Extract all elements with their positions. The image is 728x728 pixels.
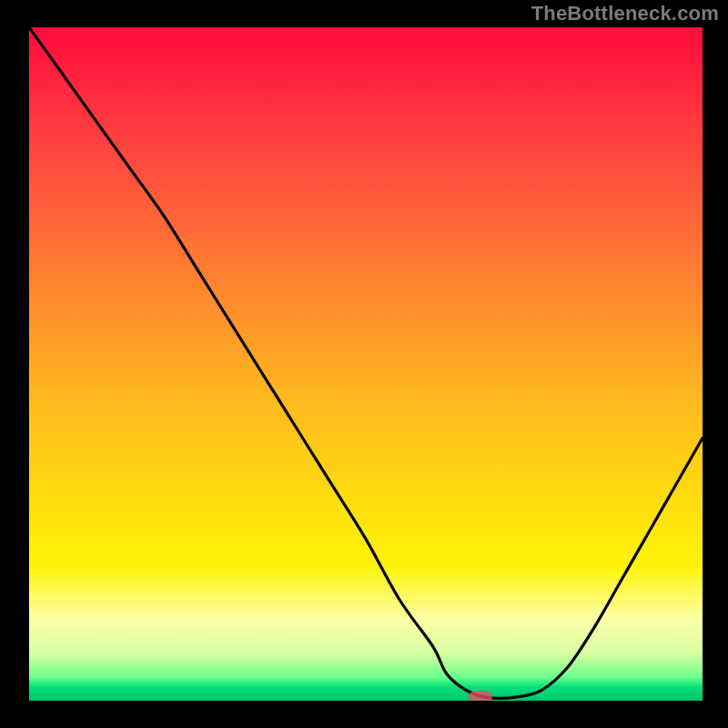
chart-frame: TheBottleneck.com <box>0 0 728 728</box>
optimum-marker <box>469 691 492 701</box>
bottleneck-curve <box>29 27 703 701</box>
plot-area <box>29 27 703 701</box>
watermark-text: TheBottleneck.com <box>531 2 719 25</box>
